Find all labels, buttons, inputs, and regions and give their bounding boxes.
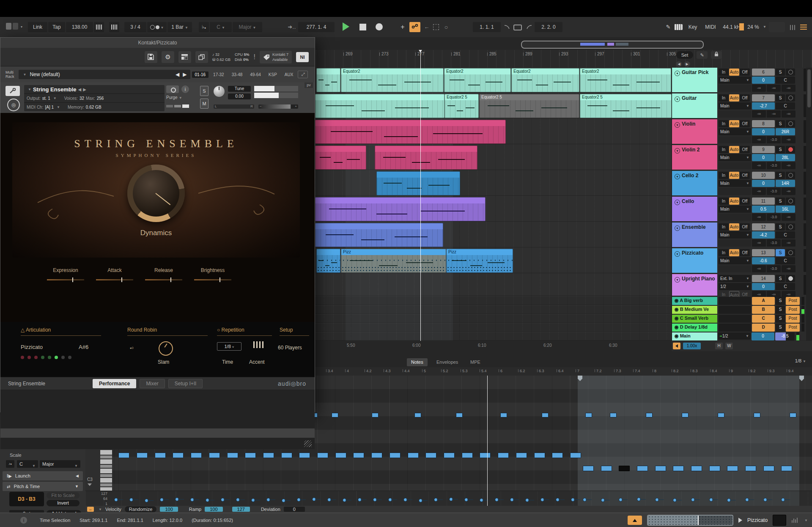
send-c-knob[interactable]: -∞ (782, 214, 796, 221)
arrangement-clip[interactable] (315, 223, 443, 247)
send-b-knob[interactable]: -∞ (767, 85, 781, 92)
output-routing-menu[interactable]: Main▼ (719, 102, 751, 110)
capture-midi-icon[interactable] (433, 24, 439, 30)
monitor-in-button[interactable]: In (719, 172, 729, 179)
solo-button[interactable]: S (776, 69, 785, 76)
monitor-auto-button[interactable]: Auto (729, 172, 739, 179)
pitch-range-field[interactable]: D3 - B3 (9, 492, 44, 506)
midi-note[interactable] (709, 466, 720, 471)
rack-page-button[interactable]: AUX (282, 71, 296, 78)
send-a-knob[interactable]: -∞ (752, 239, 766, 247)
midi-note[interactable] (245, 453, 256, 458)
monitor-off-button[interactable]: Off (740, 120, 750, 127)
solo-button[interactable]: S (776, 146, 785, 153)
stop-button[interactable] (359, 24, 366, 30)
monitor-auto-button[interactable]: Auto (729, 120, 739, 127)
return-name-cell[interactable]: ◉ B Medium Ve (672, 306, 717, 314)
arrangement-playhead[interactable] (420, 50, 421, 341)
play-button[interactable] (343, 22, 349, 31)
unfold-track-icon[interactable]: ▾ (675, 71, 680, 76)
send-b-knob[interactable]: -3.0 (767, 239, 781, 247)
track-header[interactable]: ▾Violin In Auto Off ▼ 8 S Main▼ (672, 119, 812, 144)
output-routing-menu[interactable]: Main▼ (719, 180, 751, 187)
track-number-cell[interactable]: 7 (752, 94, 775, 102)
prev-instrument-icon[interactable]: ◀ (78, 87, 82, 92)
velocity-marker[interactable] (190, 498, 194, 502)
velocity-marker[interactable] (343, 498, 346, 502)
return-track-header[interactable]: ◉ B Medium Ve B S Post (672, 306, 812, 314)
key-scale-menu[interactable]: Major▼ (233, 22, 262, 32)
velocity-marker[interactable] (637, 497, 641, 501)
send-a-knob[interactable]: -∞ (752, 136, 766, 143)
track-pan-field[interactable]: C (776, 257, 795, 264)
tempo-field[interactable]: 138.00 (66, 22, 93, 32)
ramp-to-field[interactable]: 127 (232, 507, 250, 512)
solo-button[interactable]: S (776, 275, 785, 282)
velocity-marker[interactable] (145, 499, 148, 502)
midi-note[interactable] (673, 466, 684, 471)
track-volume-field[interactable]: 0 (752, 77, 775, 84)
midi-note[interactable] (790, 413, 796, 417)
clip-title-bar[interactable] (315, 94, 444, 100)
arrangement-clip[interactable]: Equator2 (580, 68, 671, 92)
unfold-track-icon[interactable]: ▾ (675, 225, 680, 231)
midi-note[interactable] (691, 466, 702, 471)
velocity-marker[interactable] (727, 498, 731, 502)
window-layout-icon-2[interactable] (13, 23, 18, 30)
velocity-marker[interactable] (434, 498, 438, 502)
arm-button[interactable] (786, 94, 795, 102)
midi-note[interactable] (317, 453, 328, 458)
track-number-cell[interactable]: 6 (752, 69, 775, 76)
midi-ch-value[interactable]: [A] 1 (45, 105, 54, 110)
editor-playhead[interactable] (487, 376, 488, 506)
output-routing-menu[interactable]: Main▼ (719, 231, 751, 239)
automation-arm-button[interactable] (409, 22, 420, 32)
solo-button[interactable]: S (776, 94, 785, 102)
velocity-marker[interactable] (266, 498, 270, 502)
track-number-cell[interactable]: 9 (752, 146, 775, 153)
clip-title-bar[interactable]: Equator2 (444, 69, 510, 74)
monitor-off-button[interactable]: Off (740, 172, 750, 179)
track-number-cell[interactable]: 14 (752, 275, 775, 282)
send-a-knob[interactable]: -∞ (752, 265, 766, 272)
arm-button[interactable] (786, 275, 795, 282)
unfold-track-icon[interactable]: ▾ (675, 200, 680, 205)
input-routing-menu[interactable]: Ext. In▼ (719, 275, 751, 282)
midi-note[interactable] (390, 453, 401, 458)
performance-slider[interactable]: Expression (47, 267, 84, 280)
track-header[interactable]: ▾Pizzicato In Auto Off ▼ 13 S Main▼ (672, 248, 812, 273)
monitor-auto-button[interactable]: Auto (729, 198, 739, 205)
computer-midi-keyboard-icon[interactable] (674, 24, 683, 30)
arrangement-clip[interactable] (375, 145, 477, 170)
track-pan-field[interactable]: C (776, 77, 795, 84)
track-name-cell[interactable]: ▾Violin 2 (672, 145, 717, 170)
send-c-knob[interactable]: -∞ (782, 85, 796, 92)
slider-track[interactable] (47, 279, 84, 280)
scale-mode-icon[interactable]: ♪● (6, 460, 14, 468)
track-header[interactable]: ▾Ensemble In Auto Off ▼ 12 S Main▼ (672, 222, 812, 247)
next-preset-icon[interactable]: ▶ (183, 71, 187, 77)
arrangement-clip[interactable] (316, 68, 340, 92)
send-b-knob[interactable]: -3.0 (767, 136, 781, 143)
scrollbar-thumb[interactable] (807, 69, 811, 107)
key-root-menu[interactable]: C▼ (210, 22, 232, 32)
send-a-knob[interactable]: -∞ (752, 162, 766, 169)
midi-note[interactable] (601, 466, 612, 471)
midi-note[interactable] (534, 453, 545, 458)
articulation-dot[interactable] (41, 356, 44, 359)
monitor-in-button[interactable]: In (719, 146, 729, 153)
midi-note[interactable] (137, 453, 148, 458)
track-height-button[interactable]: H (715, 343, 723, 349)
performance-slider[interactable]: Brightness (194, 267, 231, 280)
midi-note[interactable] (372, 413, 379, 417)
articulation-keyswitch[interactable]: A#6 (79, 344, 88, 350)
track-volume-field[interactable]: 0 (752, 283, 775, 290)
arrangement-clip[interactable]: Equator2 (444, 68, 511, 92)
velocity-marker[interactable] (403, 498, 407, 502)
arrangement-clip[interactable]: Pizz (341, 249, 446, 273)
editor-tab[interactable]: MPE (466, 358, 485, 366)
tune-knob[interactable] (214, 86, 225, 97)
rack-page-button[interactable]: 01-16 (192, 71, 209, 78)
slider-handle[interactable] (72, 277, 73, 282)
track-name-cell[interactable]: ▾Guitar (672, 93, 717, 118)
